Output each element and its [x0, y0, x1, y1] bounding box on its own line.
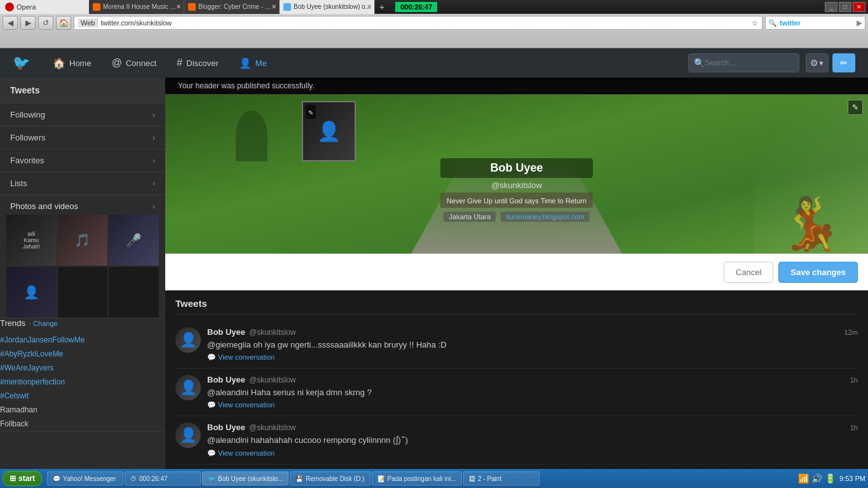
left-sidebar: Tweets Following › Followers › Favorites…: [0, 78, 165, 488]
save-changes-button[interactable]: Save changes: [778, 262, 858, 283]
tweet-handle-2: @skunkitslow: [249, 423, 296, 432]
nav-me[interactable]: 👤 Me: [229, 48, 277, 78]
opera-button[interactable]: Opera: [0, 0, 89, 14]
yahoo-messenger-icon: 💬: [53, 475, 60, 482]
tweet-action-2[interactable]: 💬 View conversation: [207, 449, 858, 458]
battery-icon: 🔋: [825, 473, 836, 484]
settings-button[interactable]: ⚙ ▼: [806, 53, 829, 72]
sidebar-item-followers[interactable]: Followers ›: [0, 126, 165, 149]
nav-home-label: Home: [69, 58, 92, 68]
reply-icon-0: 💬: [207, 353, 216, 361]
photo-grid: adiKamuJahat!! 🎵 🎤 👤: [0, 215, 165, 318]
me-nav-icon: 👤: [239, 57, 252, 69]
profile-website: ilunkmarley.blogspot.com: [501, 212, 589, 222]
new-tab-button[interactable]: +: [375, 0, 389, 14]
taskbar-right: 📶 🔊 🔋 9:53 PM: [798, 473, 865, 484]
tweet-time-0: 12m: [844, 329, 858, 336]
tweet-item-2: 👤 Bob Uyee @skunkitslow 1h @aleandini ha…: [175, 416, 858, 464]
taskbar-item-timer[interactable]: ⏱ 000:26:47: [125, 471, 201, 485]
banner-tree-1: [236, 111, 268, 161]
tab-close-blogger2[interactable]: ✕: [271, 3, 276, 10]
trend-item-5[interactable]: Ramadhan: [0, 403, 165, 417]
discover-nav-icon: #: [177, 57, 182, 69]
tab-favicon-blogger1: [93, 3, 100, 11]
twitter-search-box[interactable]: 🔍: [688, 53, 799, 72]
search-input[interactable]: [803, 19, 854, 27]
tweet-name-1: Bob Uyee: [207, 375, 245, 384]
tab-close-twitter[interactable]: ✕: [367, 3, 372, 10]
search-submit-icon[interactable]: ▶: [857, 18, 862, 27]
profile-header-card: 👤 ✎ Bob Uyee @skunkitslow Never Give Up …: [165, 95, 868, 290]
taskbar-item-yahoo[interactable]: 💬 Yahoo! Messenger: [47, 471, 123, 485]
sidebar-item-lists[interactable]: Lists ›: [0, 172, 165, 194]
tab-twitter-active[interactable]: Bob Uyee (skunkitslow) o... ✕: [280, 0, 375, 14]
tweet-header-2: Bob Uyee @skunkitslow 1h: [207, 423, 858, 432]
photo-cell-3[interactable]: 🎤: [109, 215, 159, 266]
disk-icon: 💾: [295, 475, 303, 482]
taskbar-clock: 9:53 PM: [839, 475, 865, 482]
sidebar-item-following[interactable]: Following ›: [0, 103, 165, 126]
trend-item-6[interactable]: Follback: [0, 417, 165, 431]
nav-connect-label: Connect: [126, 58, 156, 68]
cancel-button[interactable]: Cancel: [724, 262, 773, 283]
photos-videos-label: Photos and videos: [10, 201, 78, 211]
maximize-button[interactable]: □: [839, 2, 851, 12]
photo-cell-5[interactable]: [58, 267, 108, 318]
favorites-label: Favorites: [10, 156, 44, 165]
photos-videos-title[interactable]: Photos and videos ›: [0, 195, 165, 215]
tab-close-blogger1[interactable]: ✕: [176, 3, 181, 10]
timer-display: 000:26:47: [395, 2, 437, 12]
tab-blogger-cyber[interactable]: Blogger: Cyber Crime - C... ✕: [184, 0, 280, 14]
windows-icon: ⊞: [10, 474, 16, 483]
tweet-content-0: Bob Uyee @skunkitslow 12m @giemegiia oh …: [207, 327, 858, 362]
nav-home[interactable]: 🏠 Home: [43, 48, 102, 78]
photo-cell-1[interactable]: adiKamuJahat!!: [6, 215, 57, 266]
nav-discover[interactable]: # Discover: [166, 48, 228, 78]
taskbar-blogger-label: Pada postingan kali ini...: [388, 475, 456, 482]
compose-tweet-button[interactable]: ✏: [832, 53, 855, 72]
trend-item-0[interactable]: #JordanJansenFollowMe: [0, 333, 165, 347]
tab-label-twitter: Bob Uyee (skunkitslow) o...: [294, 3, 370, 10]
bookmark-star-icon[interactable]: ☆: [752, 19, 758, 27]
nav-discover-label: Discover: [186, 58, 219, 68]
trends-change-link[interactable]: · Change: [29, 320, 58, 327]
tweet-time-1: 1h: [850, 376, 858, 384]
browser-search-box[interactable]: 🔍 twitter ▶: [765, 16, 865, 30]
photo-cell-4[interactable]: 👤: [6, 267, 57, 318]
taskbar-item-blogger[interactable]: 📝 Pada postingan kali ini...: [372, 471, 462, 485]
profile-avatar-container[interactable]: 👤 ✎: [302, 101, 356, 161]
trend-item-3[interactable]: #mentionperfection: [0, 375, 165, 389]
trend-item-2[interactable]: #WeAreJayvers: [0, 361, 165, 375]
tweet-action-0[interactable]: 💬 View conversation: [207, 353, 858, 362]
taskbar-item-disk[interactable]: 💾 Removable Disk (D:): [290, 471, 370, 485]
sidebar-item-favorites[interactable]: Favorites ›: [0, 149, 165, 172]
system-tray-icons: 📶 🔊 🔋: [798, 473, 836, 484]
home-nav-icon: 🏠: [53, 57, 65, 69]
address-bar[interactable]: Web twitter.com/skunkitslow ☆: [74, 16, 763, 30]
photos-arrow-icon: ›: [153, 201, 155, 211]
trend-item-1[interactable]: #AbyRyzkiLoveMe: [0, 347, 165, 361]
taskbar-item-paint[interactable]: 🖼 2 - Paint: [463, 471, 539, 485]
start-button[interactable]: ⊞ start: [3, 471, 42, 486]
tab-blogger-music[interactable]: Morena II House Music R... ✕: [89, 0, 184, 14]
volume-icon: 🔊: [811, 473, 822, 484]
tab-favicon-blogger2: [188, 3, 196, 11]
refresh-button[interactable]: ↺: [38, 16, 53, 30]
photo-cell-2[interactable]: 🎵: [58, 215, 108, 266]
back-button[interactable]: ◀: [3, 16, 18, 30]
photo-cell-6[interactable]: [109, 267, 159, 318]
twitter-bird-icon: 🐦: [13, 55, 30, 71]
trend-item-4[interactable]: #Celswit: [0, 389, 165, 403]
home-nav-button[interactable]: 🏠: [56, 16, 71, 30]
taskbar-item-twitter[interactable]: 🐦 Bob Uyee (skunkitslo...: [202, 471, 288, 485]
header-edit-button[interactable]: ✎: [848, 100, 863, 115]
forward-button[interactable]: ▶: [20, 16, 36, 30]
minimize-button[interactable]: _: [825, 2, 837, 12]
twitter-search-icon: 🔍: [694, 58, 705, 68]
twitter-search-input[interactable]: [705, 58, 794, 67]
tab-label-blogger2: Blogger: Cyber Crime - C...: [198, 3, 275, 10]
success-banner: Your header was published successfully.: [165, 78, 868, 95]
nav-connect[interactable]: @ Connect: [102, 48, 167, 78]
close-button[interactable]: ✕: [853, 2, 865, 12]
tweet-action-1[interactable]: 💬 View conversation: [207, 401, 858, 409]
